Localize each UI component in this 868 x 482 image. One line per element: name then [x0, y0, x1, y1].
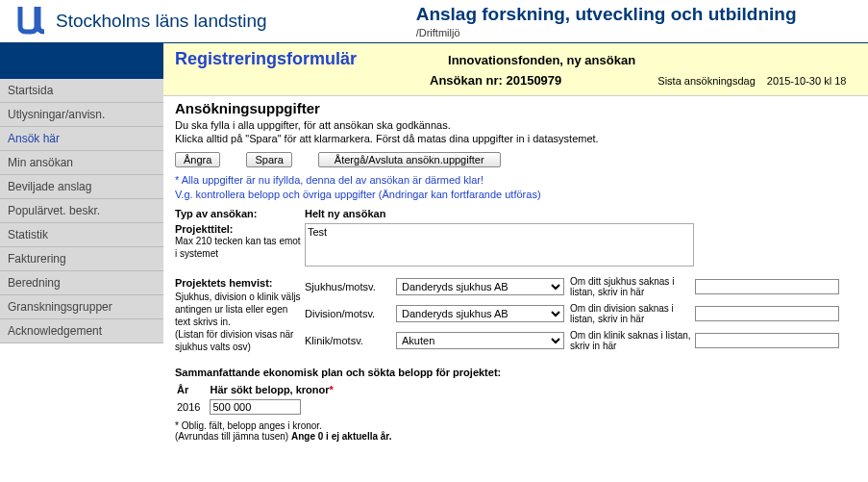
econ-note: * Oblig. fält, belopp anges i kronor. (A…	[175, 420, 858, 442]
division-label: Division/motsv.	[305, 308, 396, 319]
instructions: Du ska fylla i alla uppgifter, för att a…	[175, 118, 858, 146]
nav-utlysningar[interactable]: Utlysningar/anvisn.	[0, 103, 163, 127]
logo-icon	[17, 7, 50, 36]
nav-acknowledgement[interactable]: Acknowledgement	[0, 319, 163, 343]
form-subtitle: Innovationsfonden, ny ansökan	[448, 53, 635, 67]
sidebar: Startsida Utlysningar/anvisn. Ansök här …	[0, 42, 163, 451]
form-title: Registreringsformulär	[175, 49, 357, 69]
clinic-alt-input[interactable]	[695, 333, 839, 348]
deadline-label: Sista ansökningsdag	[657, 75, 756, 87]
application-number: Ansökan nr: 20150979	[430, 73, 561, 88]
nav-fakturering[interactable]: Fakturering	[0, 247, 163, 271]
project-home-hint: Sjukhus, division o klinik väljs antinge…	[175, 292, 301, 352]
division-alt-input[interactable]	[695, 306, 839, 321]
col-year: År	[177, 384, 208, 397]
nav-ansok-har[interactable]: Ansök här	[0, 127, 163, 151]
division-alt-hint: Om din division saknas i listan, skriv i…	[570, 303, 695, 324]
econ-year: 2016	[177, 399, 208, 417]
nav-popularvet[interactable]: Populärvet. beskr.	[0, 199, 163, 223]
environment-label: /Driftmiljö	[416, 27, 860, 38]
econ-table: År Här sökt belopp, kronor* 2016	[175, 382, 343, 419]
clinic-select[interactable]: Akuten	[396, 332, 564, 349]
nav-statistik[interactable]: Statistik	[0, 223, 163, 247]
clinic-label: Klinik/motsv.	[305, 335, 396, 346]
save-button[interactable]: Spara	[246, 152, 291, 167]
hospital-alt-input[interactable]	[695, 279, 839, 294]
col-amount: Här sökt belopp, kronor*	[210, 384, 340, 397]
form-header: Registreringsformulär Innovationsfonden,…	[163, 42, 868, 96]
undo-button[interactable]: Ångra	[175, 152, 220, 167]
hospital-label: Sjukhus/motsv.	[305, 281, 396, 292]
nav-startsida[interactable]: Startsida	[0, 79, 163, 103]
hospital-alt-hint: Om ditt sjukhus saknas i listan, skriv i…	[570, 276, 695, 297]
project-home-label: Projektets hemvist:	[175, 277, 272, 289]
org-logo: Stockholms läns landsting	[17, 7, 267, 36]
header: Stockholms läns landsting Anslag forskni…	[0, 0, 868, 42]
app-title: Anslag forskning, utveckling och utbildn…	[416, 4, 860, 25]
nav-min-ansokan[interactable]: Min ansökan	[0, 151, 163, 175]
sidebar-banner	[0, 42, 163, 79]
nav-beredning[interactable]: Beredning	[0, 271, 163, 295]
amount-input[interactable]	[210, 399, 301, 415]
nav-beviljade[interactable]: Beviljade anslag	[0, 175, 163, 199]
project-title-input[interactable]: Test	[305, 223, 694, 266]
type-label: Typ av ansökan:	[175, 208, 257, 219]
return-button[interactable]: Återgå/Avsluta ansökn.uppgifter	[318, 152, 501, 167]
project-title-hint: Max 210 tecken kan tas emot i systemet	[175, 236, 301, 259]
deadline-value: 2015-10-30 kl 18	[767, 75, 847, 87]
econ-plan-title: Sammanfattande ekonomisk plan och sökta …	[175, 367, 858, 378]
project-title-label: Projekttitel:	[175, 223, 234, 235]
type-value: Helt ny ansökan	[305, 208, 385, 219]
org-name: Stockholms läns landsting	[56, 11, 267, 32]
clinic-alt-hint: Om din klinik saknas i listan, skriv in …	[570, 330, 695, 351]
status-message: * Alla uppgifter är nu ifyllda, denna de…	[175, 173, 858, 203]
division-select[interactable]: Danderyds sjukhus AB	[396, 305, 564, 322]
section-title: Ansökningsuppgifter	[175, 100, 858, 116]
nav-granskningsgrupper[interactable]: Granskningsgrupper	[0, 295, 163, 319]
hospital-select[interactable]: Danderyds sjukhus AB	[396, 278, 564, 295]
